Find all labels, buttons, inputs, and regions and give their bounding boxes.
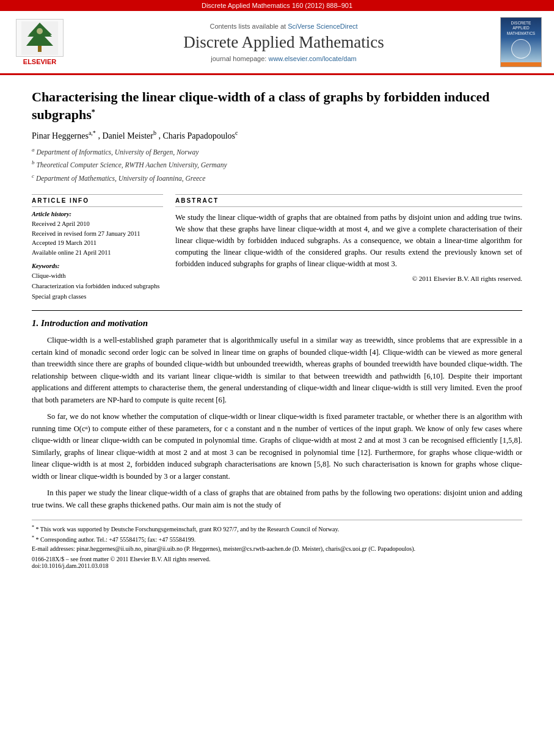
received-date: Received 2 April 2010 <box>32 219 163 229</box>
keyword2: Characterization via forbidden induced s… <box>32 282 163 292</box>
svg-point-4 <box>37 28 43 34</box>
author-b: , Daniel Meister <box>98 131 153 140</box>
elsevier-label: ELSEVIER <box>23 58 56 65</box>
abstract-header: ABSTRACT <box>175 195 522 207</box>
article-info-col: ARTICLE INFO Article history: Received 2… <box>32 194 163 302</box>
elsevier-logo: ELSEVIER <box>12 19 67 65</box>
journal-center: Contents lists available at SciVerse Sci… <box>67 23 500 62</box>
journal-title: Discrete Applied Mathematics <box>76 33 491 52</box>
journal-top-bar: Discrete Applied Mathematics 160 (2012) … <box>0 0 554 11</box>
section1-para2: So far, we do not know whether the compu… <box>32 411 522 482</box>
journal-thumbnail: DISCRETEAPPLIEDMATHEMATICS <box>500 17 542 67</box>
footnote2: * * Corresponding author. Tel.: +47 5558… <box>32 534 522 544</box>
keyword1: Clique-width <box>32 271 163 282</box>
footnote3: E-mail addresses: pinar.heggernes@ii.uib… <box>32 544 522 553</box>
history-title: Article history: <box>32 211 163 217</box>
affiliations: a Department of Informatics, University … <box>32 145 522 184</box>
keyword3: Special graph classes <box>32 292 163 302</box>
abstract-text: We study the linear clique-width of grap… <box>175 212 522 270</box>
elsevier-tree-icon <box>21 21 58 55</box>
issn-line: 0166-218X/$ – see front matter © 2011 El… <box>32 556 522 562</box>
journal-citation: Discrete Applied Mathematics 160 (2012) … <box>202 2 352 9</box>
revised-date: Received in revised form 27 January 2011 <box>32 229 163 239</box>
footnote1: * * This work was supported by Deutsche … <box>32 524 522 534</box>
sciverse-link[interactable]: SciVerse ScienceDirect <box>288 23 357 30</box>
author-a: Pinar Heggernes <box>32 131 89 140</box>
author-c: , Charis Papadopoulos <box>158 131 235 140</box>
keywords-title: Keywords: <box>32 263 163 269</box>
section1-para1: Clique-width is a well-established graph… <box>32 335 522 406</box>
paper-title: Characterising the linear clique-width o… <box>32 89 522 123</box>
section-1-title: 1. Introduction and motivation <box>32 318 522 329</box>
doi-line: doi:10.1016/j.dam.2011.03.018 <box>32 562 522 569</box>
abstract-col: ABSTRACT We study the linear clique-widt… <box>175 194 522 302</box>
footnote-section: * * This work was supported by Deutsche … <box>32 520 522 569</box>
contents-line: Contents lists available at SciVerse Sci… <box>76 23 491 30</box>
copyright: © 2011 Elsevier B.V. All rights reserved… <box>175 275 522 282</box>
two-col: ARTICLE INFO Article history: Received 2… <box>32 194 522 302</box>
paper-content: Characterising the linear clique-width o… <box>0 75 554 579</box>
header-middle: ELSEVIER Contents lists available at Sci… <box>0 11 554 73</box>
available-date: Available online 21 April 2011 <box>32 248 163 258</box>
homepage-line: journal homepage: www.elsevier.com/locat… <box>76 55 491 62</box>
section-divider <box>32 310 522 311</box>
section1-para3: In this paper we study the linear clique… <box>32 487 522 511</box>
homepage-link[interactable]: www.elsevier.com/locate/dam <box>268 55 356 62</box>
authors-line: Pinar Heggernesa,* , Daniel Meisterb , C… <box>32 129 522 141</box>
accepted-date: Accepted 19 March 2011 <box>32 238 163 248</box>
article-info-header: ARTICLE INFO <box>32 195 163 207</box>
